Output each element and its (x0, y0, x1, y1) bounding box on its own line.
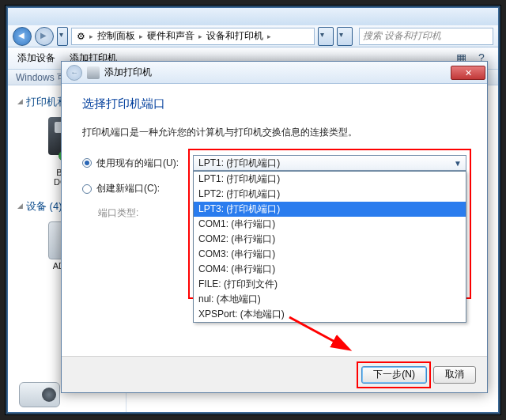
nav-forward-button[interactable] (35, 27, 54, 46)
chevron-right-icon: ▸ (265, 32, 274, 40)
port-combo-wrap: LPT1: (打印机端口) ▼ LPT1: (打印机端口)LPT2: (打印机端… (193, 155, 466, 171)
radio-use-existing[interactable]: 使用现有的端口(U): (82, 157, 193, 170)
collapse-icon: ◢ (17, 202, 23, 210)
radio-label: 创建新端口(C): (96, 182, 160, 195)
port-option[interactable]: COM1: (串行端口) (194, 217, 466, 232)
breadcrumb-seg-2[interactable]: 硬件和声音 (145, 29, 196, 43)
port-option[interactable]: COM3: (串行端口) (194, 247, 466, 262)
next-button[interactable]: 下一步(N) (361, 366, 427, 384)
refresh-button[interactable] (337, 27, 353, 46)
dialog-back-button[interactable]: ← (66, 65, 82, 81)
printer-icon (87, 66, 100, 79)
outer-frame: ⚙ ▸ 控制面板 ▸ 硬件和声音 ▸ 设备和打印机 ▸ 搜索 设备和打印机 添加… (5, 5, 501, 415)
camera-device-icon[interactable] (19, 382, 60, 407)
option-row-existing: 使用现有的端口(U): LPT1: (打印机端口) ▼ LPT1: (打印机端口… (82, 155, 466, 171)
chevron-right-icon: ▸ (196, 32, 205, 40)
navigation-bar: ⚙ ▸ 控制面板 ▸ 硬件和声音 ▸ 设备和打印机 ▸ 搜索 设备和打印机 (8, 25, 498, 47)
radio-icon (82, 158, 92, 168)
chevron-right-icon: ▸ (87, 32, 96, 40)
dialog-title: 添加打印机 (104, 66, 152, 79)
address-dropdown[interactable] (318, 27, 334, 46)
search-input[interactable]: 搜索 设备和打印机 (359, 28, 493, 45)
port-option[interactable]: XPSPort: (本地端口) (194, 307, 466, 322)
port-option[interactable]: FILE: (打印到文件) (194, 277, 466, 292)
combo-value: LPT1: (打印机端口) (198, 157, 280, 170)
port-option[interactable]: LPT3: (打印机端口) (194, 202, 466, 217)
dialog-heading: 选择打印机端口 (82, 96, 466, 112)
add-printer-dialog: ← 添加打印机 ✕ 选择打印机端口 打印机端口是一种允许您的计算机与打印机交换信… (61, 61, 488, 393)
category-text: Windows 可 (16, 72, 66, 83)
port-option[interactable]: COM4: (串行端口) (194, 262, 466, 277)
toolbar-add-device[interactable]: 添加设备 (17, 51, 55, 65)
breadcrumb-icon: ⚙ (75, 31, 87, 42)
collapse-icon: ◢ (17, 97, 23, 105)
breadcrumb-seg-1[interactable]: 控制面板 (96, 29, 137, 43)
close-button[interactable]: ✕ (451, 66, 485, 80)
nav-back-button[interactable] (13, 27, 32, 46)
port-type-label: 端口类型: (82, 206, 193, 220)
port-option[interactable]: COM2: (串行端口) (194, 232, 466, 247)
window-titlebar (8, 8, 498, 25)
chevron-down-icon: ▼ (451, 159, 464, 168)
port-option[interactable]: nul: (本地端口) (194, 292, 466, 307)
port-combo[interactable]: LPT1: (打印机端口) ▼ (193, 155, 466, 171)
port-option[interactable]: LPT1: (打印机端口) (194, 172, 466, 187)
chevron-right-icon: ▸ (137, 32, 145, 40)
radio-icon (82, 184, 92, 194)
address-bar[interactable]: ⚙ ▸ 控制面板 ▸ 硬件和声音 ▸ 设备和打印机 ▸ (71, 28, 315, 45)
breadcrumb-seg-3[interactable]: 设备和打印机 (205, 29, 265, 43)
port-dropdown-list[interactable]: LPT1: (打印机端口)LPT2: (打印机端口)LPT3: (打印机端口)C… (193, 171, 466, 323)
radio-create-new[interactable]: 创建新端口(C): (82, 182, 193, 195)
nav-history-dropdown[interactable] (57, 27, 68, 46)
dialog-footer: 下一步(N) 取消 (62, 356, 487, 392)
dialog-body: 选择打印机端口 打印机端口是一种允许您的计算机与打印机交换信息的连接类型。 使用… (62, 84, 487, 220)
dialog-titlebar: ← 添加打印机 ✕ (62, 62, 487, 84)
radio-label: 使用现有的端口(U): (96, 157, 179, 170)
cancel-button[interactable]: 取消 (433, 366, 476, 384)
port-option[interactable]: LPT2: (打印机端口) (194, 187, 466, 202)
search-placeholder: 搜索 设备和打印机 (363, 29, 441, 43)
dialog-description: 打印机端口是一种允许您的计算机与打印机交换信息的连接类型。 (82, 126, 466, 139)
